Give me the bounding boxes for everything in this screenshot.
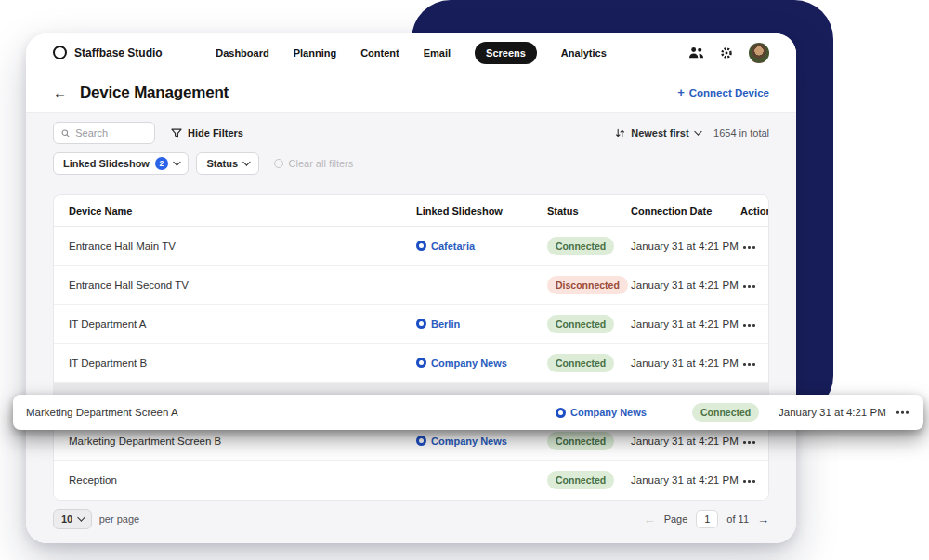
row-actions-button[interactable] [895,408,910,418]
next-page-button[interactable]: → [757,513,769,527]
back-button[interactable]: ← [53,85,67,100]
slideshow-link[interactable]: Berlin [416,319,547,330]
chevron-down-icon [173,158,180,165]
dragged-row[interactable]: Marketing Department Screen A Company Ne… [13,395,923,430]
brand-name: Staffbase Studio [74,46,163,59]
connection-date: January 31 at 4:21 PM [631,358,740,369]
filter-count-badge: 2 [155,157,168,170]
nav-item-dashboard[interactable]: Dashboard [216,47,268,59]
staffbase-logo-icon [53,46,67,59]
row-actions-button[interactable] [741,242,757,253]
filter-linked-slideshow-label: Linked Slideshow [63,158,150,169]
status-badge: Connected [547,432,614,450]
connect-device-button[interactable]: + Connect Device [677,85,769,99]
sort-label: Newest first [631,127,688,138]
slideshow-icon [416,436,426,446]
col-status: Status [547,205,631,216]
sort-button[interactable]: Newest first [615,127,700,138]
slideshow-link[interactable]: Company News [416,358,547,369]
table-row[interactable]: Reception Connected January 31 at 4:21 P… [54,461,768,500]
nav-item-analytics[interactable]: Analytics [561,47,607,59]
search-icon [61,128,70,138]
device-name: IT Department A [54,319,416,330]
per-page-select[interactable]: 10 [53,509,92,529]
row-actions-button[interactable] [741,359,757,370]
slideshow-link[interactable]: Company News [556,407,647,418]
devices-table: Device Name Linked Slideshow Status Conn… [53,194,769,501]
sort-icon [615,128,625,138]
connection-date: January 31 at 4:21 PM [631,241,740,252]
app-window: Staffbase Studio Dashboard Planning Cont… [26,33,796,543]
slideshow-label: Company News [570,407,647,418]
toolbar: Hide Filters Newest first 1654 in total [53,121,769,145]
clear-filters-button[interactable]: Clear all filters [274,158,354,169]
device-name: Marketing Department Screen A [26,407,178,418]
clear-filters-icon [274,159,283,168]
device-name: Marketing Department Screen B [54,436,416,447]
connection-date: January 31 at 4:21 PM [631,319,740,330]
total-count: 1654 in total [713,127,769,138]
status-badge: Connected [547,315,614,333]
nav-item-content[interactable]: Content [360,47,399,59]
hide-filters-button[interactable]: Hide Filters [171,127,243,138]
title-row: ← Device Management + Connect Device [26,72,796,113]
page-of-label: of 11 [726,514,749,525]
chevron-down-icon [78,514,85,521]
slideshow-icon [556,408,566,418]
pagination: 10 per page ← Page 1 of 11 → [53,507,769,531]
nav-item-screens[interactable]: Screens [475,42,537,64]
search-input[interactable] [75,127,147,138]
status-badge: Disconnected [547,276,628,294]
slideshow-icon [416,319,426,329]
card-body: Hide Filters Newest first 1654 in total … [26,113,796,543]
nav-item-email[interactable]: Email [424,47,451,59]
status-badge: Connected [547,471,614,489]
col-linked-slideshow: Linked Slideshow [416,205,547,216]
status-badge: Connected [692,403,759,422]
filter-status[interactable]: Status [196,152,258,175]
chevron-down-icon [694,127,701,135]
table-row[interactable]: Entrance Hall Main TV Cafetaria Connecte… [54,227,768,266]
device-name: Reception [54,475,416,486]
status-badge: Connected [547,237,614,255]
filter-chips: Linked Slideshow 2 Status Clear all filt… [53,152,769,175]
row-actions-button[interactable] [741,281,757,292]
connection-date: January 31 at 4:21 PM [631,436,740,447]
row-actions-button[interactable] [741,437,757,448]
connect-device-label: Connect Device [689,87,769,98]
avatar[interactable] [749,43,769,63]
table-row[interactable]: IT Department B Company News Connected J… [54,344,768,383]
slideshow-link[interactable]: Cafetaria [416,241,547,252]
status-badge: Connected [547,354,614,372]
table-row[interactable]: Entrance Hall Second TV Disconnected Jan… [54,266,768,305]
device-name: IT Department B [54,358,416,369]
filter-linked-slideshow[interactable]: Linked Slideshow 2 [53,152,189,175]
col-actions: Actions [740,205,769,216]
table-body: Entrance Hall Main TV Cafetaria Connecte… [54,227,768,500]
slideshow-link[interactable]: Company News [416,436,547,447]
hide-filters-label: Hide Filters [188,127,243,138]
slideshow-label: Berlin [431,319,460,330]
page-number-input[interactable]: 1 [696,510,718,528]
slideshow-label: Company News [431,436,507,447]
row-actions-button[interactable] [741,320,757,331]
table-row[interactable]: IT Department A Berlin Connected January… [54,305,768,344]
per-page-value: 10 [61,514,72,525]
plus-icon: + [677,85,685,99]
top-nav: Staffbase Studio Dashboard Planning Cont… [26,33,796,72]
nav-item-planning[interactable]: Planning [294,47,336,59]
filter-status-label: Status [206,158,238,169]
col-device-name: Device Name [54,205,416,216]
row-actions-button[interactable] [741,476,757,487]
users-icon[interactable] [688,46,704,59]
connection-date: January 31 at 4:21 PM [631,475,740,486]
nav-icons [611,43,769,63]
gear-icon[interactable] [720,46,733,59]
prev-page-button[interactable]: ← [644,513,656,527]
slideshow-label: Company News [431,358,507,369]
brand: Staffbase Studio [53,46,211,59]
slideshow-icon [416,358,426,368]
page-label: Page [664,514,688,525]
chevron-down-icon [243,158,251,165]
slideshow-icon [416,241,426,251]
